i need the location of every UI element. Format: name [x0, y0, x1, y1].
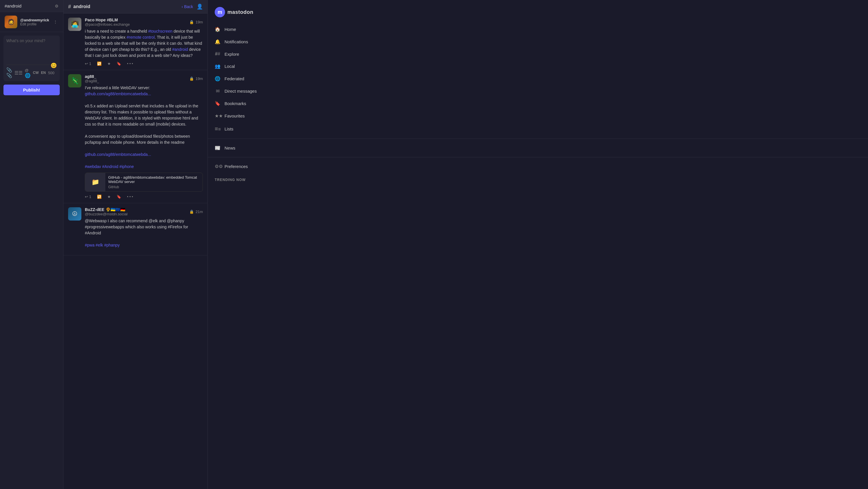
- boost-action[interactable]: 🔁: [97, 194, 101, 199]
- more-icon: • • •: [127, 194, 133, 199]
- post-body: ag88_ @ag88_ 🔒 19m I've released a littl…: [85, 74, 203, 199]
- reply-action[interactable]: ↩ 1: [85, 194, 91, 199]
- post-header: BuZZ-dEE 🌻🇺🇦🇪🇺🇩🇪 @buzzdee@mstdn.social 🔒…: [85, 207, 203, 216]
- publish-button[interactable]: Publish!: [3, 85, 60, 95]
- more-action[interactable]: • • •: [127, 194, 203, 199]
- reply-count: 1: [89, 194, 91, 199]
- nav-label-explore: Explore: [224, 52, 239, 57]
- bookmark-action[interactable]: 🔖: [117, 61, 121, 66]
- attach-icon[interactable]: 📎: [6, 67, 12, 78]
- post-author-name[interactable]: BuZZ-dEE 🌻🇺🇦🇪🇺🇩🇪: [85, 207, 128, 212]
- post-author-handle[interactable]: @ag88_: [85, 79, 99, 83]
- sidebar-item-lists[interactable]: ≡ Lists: [208, 122, 868, 136]
- more-icon: • • •: [127, 61, 133, 66]
- nav-label-notifications: Notifications: [224, 39, 248, 44]
- bookmark-action[interactable]: 🔖: [117, 194, 121, 199]
- hashtag-header: #android: [0, 0, 63, 12]
- favourite-action[interactable]: ★: [107, 61, 111, 66]
- nav-label-favourites: Favourites: [224, 114, 245, 118]
- post-author-info: ag88_ @ag88_: [85, 74, 99, 83]
- sidebar-item-preferences[interactable]: ⚙ Preferences: [208, 160, 868, 173]
- feed-header: # android ‹ Back 👤: [63, 0, 208, 13]
- avatar: 🧔: [5, 16, 17, 28]
- hashtag-android-1[interactable]: #android: [172, 47, 188, 52]
- more-options-button[interactable]: ⋮: [52, 19, 59, 25]
- list-icon: ≡: [215, 126, 220, 132]
- post-author-handle[interactable]: @paco@infosec.exchange: [85, 22, 130, 27]
- reply-count: 1: [89, 61, 91, 66]
- post-author-handle[interactable]: @buzzdee@mstdn.social: [85, 212, 128, 216]
- compose-area: 😊 📎 ☰ 🌐 CW EN 500: [3, 35, 60, 81]
- post-hashtags: #webdav #Android #iphone: [85, 164, 134, 169]
- bookmark-icon: 🔖: [117, 194, 121, 199]
- post-content: i have a need to create a handheld #touc…: [85, 28, 203, 59]
- post-header: ag88_ @ag88_ 🔒 19m: [85, 74, 203, 83]
- post-time: 19m: [196, 77, 203, 81]
- reply-action[interactable]: ↩ 1: [85, 61, 91, 66]
- format-icon[interactable]: ☰: [14, 70, 23, 75]
- compose-input[interactable]: [6, 38, 57, 61]
- mention-icon[interactable]: 🌐: [25, 67, 31, 78]
- nav-label-lists: Lists: [224, 126, 234, 131]
- post-link-2[interactable]: github.com/ag88/embtomcatwebda...: [85, 152, 151, 157]
- nav-divider: [208, 139, 868, 139]
- sidebar-item-home[interactable]: Home: [208, 23, 868, 35]
- follow-hashtag-icon[interactable]: 👤: [196, 3, 203, 10]
- settings-icon[interactable]: [55, 3, 59, 8]
- globe-icon: [215, 76, 220, 82]
- post-author-name[interactable]: Paco Hope #BLM: [85, 18, 130, 22]
- hash-icon: #: [68, 4, 71, 10]
- user-info: @andrewmyrick Edit profile: [20, 18, 49, 26]
- gear-icon: ⚙: [215, 164, 220, 169]
- nav-label-news: News: [224, 146, 236, 150]
- edit-profile-link[interactable]: Edit profile: [20, 22, 49, 26]
- sidebar-item-notifications[interactable]: Notifications: [208, 35, 868, 48]
- hashtag-remote[interactable]: #remote control: [127, 35, 155, 39]
- explore-icon: #: [215, 51, 220, 57]
- post-avatar[interactable]: 🧑‍💻: [68, 18, 82, 31]
- bookmark-icon: 🔖: [117, 61, 121, 66]
- emoji-picker-icon[interactable]: 😊: [51, 62, 57, 69]
- post-link-1[interactable]: github.com/ag88/embtomcatwebda...: [85, 92, 151, 96]
- boost-action[interactable]: 🔁: [97, 61, 101, 66]
- post-avatar[interactable]: ☮: [68, 207, 82, 220]
- post-author-name[interactable]: ag88_: [85, 74, 99, 79]
- sidebar-item-favourites[interactable]: ★ Favourites: [208, 110, 868, 122]
- logo-area: m mastodon: [208, 5, 868, 23]
- link-preview-site: GitHub: [108, 185, 200, 189]
- back-button[interactable]: ‹ Back: [182, 4, 193, 9]
- post-hashtags-2: #pwa #elk #phanpy: [85, 243, 120, 247]
- sidebar-item-local[interactable]: Local: [208, 60, 868, 72]
- sidebar-item-federated[interactable]: Federated: [208, 72, 868, 85]
- more-action[interactable]: • • •: [127, 61, 203, 66]
- cw-button[interactable]: CW: [33, 71, 39, 75]
- nav-label-bookmarks: Bookmarks: [224, 101, 246, 106]
- link-preview[interactable]: 📁 GitHub - ag88/embtomcatwebdav: embedde…: [85, 173, 203, 192]
- favourite-action[interactable]: ★: [107, 194, 111, 199]
- left-column: #android 🧔 @andrewmyrick Edit profile ⋮ …: [0, 0, 63, 489]
- sidebar-item-explore[interactable]: # Explore: [208, 48, 868, 60]
- link-preview-info: GitHub - ag88/embtomcatwebdav: embedded …: [105, 173, 203, 191]
- link-preview-title: GitHub - ag88/embtomcatwebdav: embedded …: [108, 175, 200, 184]
- public-icon: 🔒: [189, 77, 194, 81]
- logo-text: mastodon: [227, 9, 253, 15]
- feed-nav: ‹ Back 👤: [182, 3, 203, 10]
- avatar-image: 🧔: [5, 16, 17, 28]
- news-icon: [215, 145, 220, 151]
- trending-label: TRENDING NOW: [215, 178, 246, 182]
- post-item: 🧑‍💻 Paco Hope #BLM @paco@infosec.exchang…: [63, 13, 208, 70]
- hashtag-touchscreen[interactable]: #touchscreen: [148, 29, 173, 33]
- boost-icon: 🔁: [97, 194, 101, 199]
- post-meta: 🔒 19m: [189, 18, 203, 27]
- chevron-left-icon: ‹: [182, 4, 183, 9]
- sidebar-item-news[interactable]: News: [208, 142, 868, 154]
- post-avatar[interactable]: 🦎: [68, 74, 82, 88]
- sidebar-item-direct-messages[interactable]: Direct messages: [208, 85, 868, 97]
- feed-column: # android ‹ Back 👤 🧑‍💻 Paco Hope #BLM @p…: [63, 0, 208, 489]
- reply-icon: ↩: [85, 194, 88, 199]
- nav-label-home: Home: [224, 27, 236, 32]
- char-count: 500: [48, 71, 55, 75]
- sidebar-item-bookmarks[interactable]: Bookmarks: [208, 97, 868, 110]
- en-button[interactable]: EN: [41, 71, 46, 75]
- nav-label-federated: Federated: [224, 76, 244, 81]
